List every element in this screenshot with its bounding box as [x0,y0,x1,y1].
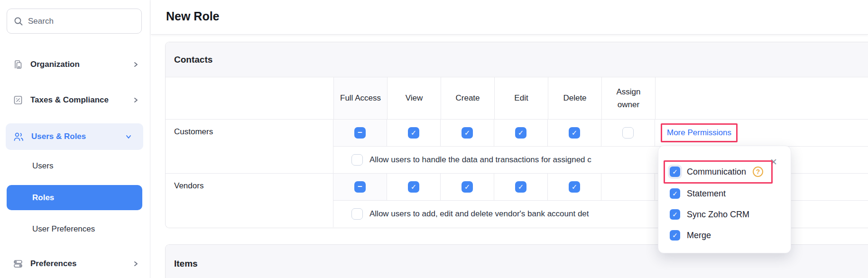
popup-item-merge: ✓ Merge [670,230,711,241]
checkbox-vendors-create[interactable]: ✓ [462,181,473,193]
checkbox-focus-halo: ✓ [668,165,682,179]
popup-item-label: Sync Zoho CRM [687,210,749,220]
checkbox-sync-zoho-crm[interactable]: ✓ [670,209,680,220]
section-title: Contacts [174,55,212,65]
popup-item-statement: ✓ Statement [670,188,726,199]
section-title: Items [174,259,198,269]
search-box[interactable] [7,9,142,34]
row-label-customers: Customers [166,120,333,173]
popup-item-label: Merge [687,231,711,241]
checkbox-customers-view[interactable]: ✓ [408,127,419,139]
column-header-actions [655,77,868,119]
column-header-delete: Delete [548,77,601,119]
settings-page: Organization Taxes & Compliance [0,0,868,278]
chevron-down-icon [125,133,132,140]
checkbox-customers-delete[interactable]: ✓ [569,127,580,139]
sidebar-item-label: Organization [30,60,80,69]
column-header-full-access: Full Access [333,77,387,119]
checkbox-customers-assign-owner[interactable] [622,127,634,139]
sidebar-item-organization[interactable]: Organization [0,51,150,78]
entity-column-header [166,77,333,119]
column-header-assign-owner: Assign owner [601,77,655,119]
popup-item-sync-zoho-crm: ✓ Sync Zoho CRM [670,209,749,220]
checkbox-customers-full-access[interactable]: − [354,127,366,139]
sidebar-item-label: User Preferences [32,224,95,234]
sidebar-item-taxes-compliance[interactable]: Taxes & Compliance [0,87,150,113]
checkbox-vendors-view[interactable]: ✓ [408,181,419,193]
checkbox-customers-note[interactable] [351,154,363,166]
checkbox-communication[interactable]: ✓ [670,167,680,177]
column-header-view: View [387,77,441,119]
sidebar-item-label: Users [32,161,53,171]
sidebar-item-users[interactable]: Users [0,155,150,177]
organization-icon [12,59,24,70]
checkbox-vendors-note[interactable] [351,208,363,220]
customers-checkbox-row: − ✓ ✓ ✓ ✓ More Permissions [333,120,868,146]
checkbox-customers-edit[interactable]: ✓ [515,127,526,139]
sidebar-item-label: Roles [32,193,54,203]
more-permissions-popup: ✕ ✓ Communication ? ✓ Statement ✓ Sync Z… [658,146,791,253]
help-icon[interactable]: ? [753,167,763,177]
row-label-vendors: Vendors [166,174,333,227]
sidebar-item-label: Taxes & Compliance [30,95,109,105]
chevron-right-icon [132,260,139,267]
vendors-note-text: Allow users to add, edit and delete vend… [369,209,589,219]
customers-note-text: Allow users to handle the data and trans… [369,155,591,165]
annotation-box-more-permissions: More Permissions [661,123,738,142]
checkbox-customers-create[interactable]: ✓ [462,127,473,139]
checkbox-statement[interactable]: ✓ [670,188,680,199]
popup-item-communication: ✓ Communication ? [670,167,763,177]
popup-item-label: Statement [687,189,726,199]
chevron-right-icon [132,97,139,103]
sidebar-item-preferences[interactable]: Preferences [0,250,150,277]
more-permissions-link[interactable]: More Permissions [667,128,731,137]
table-header-row: Full Access View Create Edit Delete Assi… [166,77,868,120]
checkbox-vendors-edit[interactable]: ✓ [515,181,526,193]
chevron-right-icon [132,61,139,68]
search-input[interactable] [28,17,135,26]
contacts-section-header: Contacts [166,42,868,77]
taxes-icon [12,94,24,106]
preferences-icon [12,258,24,269]
column-header-edit: Edit [494,77,548,119]
sidebar-item-label: Preferences [30,259,76,269]
page-title: New Role [166,9,220,23]
page-header: New Role [151,0,868,35]
close-icon[interactable]: ✕ [770,158,777,167]
checkbox-merge[interactable]: ✓ [670,230,680,241]
sidebar-item-roles[interactable]: Roles [7,185,142,210]
checkbox-vendors-full-access[interactable]: − [354,181,366,193]
column-header-create: Create [441,77,494,119]
sidebar-item-label: Users & Roles [31,132,86,141]
search-icon [14,17,23,26]
checkbox-vendors-delete[interactable]: ✓ [569,181,580,193]
settings-sidebar: Organization Taxes & Compliance [0,0,150,278]
sidebar-item-users-roles[interactable]: Users & Roles [6,123,143,150]
sidebar-item-user-preferences[interactable]: User Preferences [0,218,150,241]
users-icon [12,131,25,142]
popup-item-label: Communication [687,167,746,177]
